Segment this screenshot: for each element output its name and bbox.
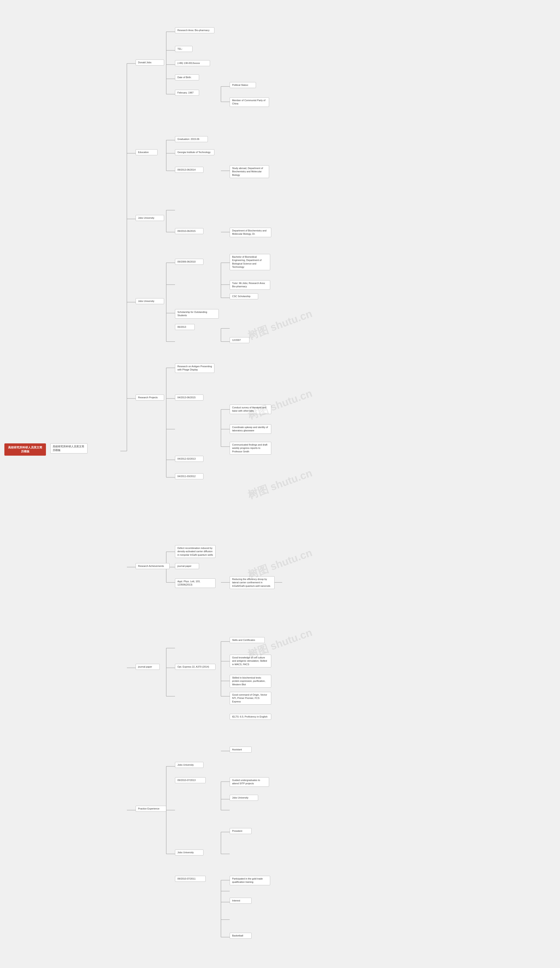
research-achievements-node: Research Achievements xyxy=(135,563,170,569)
period-09-2010-07-2013-label: 09/2010-07/2013 xyxy=(175,777,206,783)
political-node: Political Status: xyxy=(230,82,256,88)
defect-node: Defect recombination induced by density-… xyxy=(175,545,215,558)
research-projects-label: Research Projects xyxy=(135,394,164,401)
cell-culture-node: Good knowledge of cell culture and antig… xyxy=(230,655,271,667)
period-06-2013-label: 06/2013 xyxy=(175,324,195,330)
scholarship-label: Scholarship for Outstanding Students xyxy=(175,309,219,318)
political-label: Political Status: xyxy=(230,82,256,88)
period-04-2012-node: 04/2012-02/2013 xyxy=(175,456,203,462)
appl-phys-label: Appl. Phys. Lett, 103, 123506(2013) xyxy=(175,578,215,588)
main-node: 高校研究所科研人员英文简历模板 xyxy=(50,443,88,453)
communicated-label: Communicated findings and draft weekly p… xyxy=(230,442,271,454)
mindmap-container: 高校研究所科研人员英文简历模板 高校研究所科研人员英文简历模板 Donald J… xyxy=(0,0,560,968)
period-04-2013-label: 04/2013-06/2015 xyxy=(175,394,203,401)
mindmap-svg xyxy=(0,0,560,968)
bachelor-label: Bachelor of Biomedical Engineering, Depa… xyxy=(230,254,270,270)
georgia-node: Georgia Institute of Technology xyxy=(175,149,215,155)
georgia-label: Georgia Institute of Technology xyxy=(175,149,215,155)
participated-node: Participated in the gold trade qualifica… xyxy=(230,876,270,885)
donald-jobs-node: Donald Jobs xyxy=(135,60,164,65)
cell-culture-label: Good knowledge of cell culture and antig… xyxy=(230,655,271,667)
communicated-node: Communicated findings and draft weekly p… xyxy=(230,442,271,454)
journal-paper2-label: journal paper xyxy=(135,664,160,670)
jobs-univ1-label: Jobs University xyxy=(135,215,164,221)
phone-node: (+86) 138-0013xxxxx xyxy=(175,60,210,66)
jobs-univ4-node: Jobs University xyxy=(230,795,258,801)
defect-label: Defect recombination induced by density-… xyxy=(175,545,215,558)
phone-label: (+86) 138-0013xxxxx xyxy=(175,60,210,66)
jobs-univ4-container-label: Jobs University xyxy=(175,850,203,855)
dept-biochem-label: Department of Biochemistry and Molecular… xyxy=(230,228,271,237)
period-12-2007-node: 12/2007 xyxy=(230,337,249,343)
scholarship-node: Scholarship for Outstanding Students xyxy=(175,309,219,318)
president-node: President xyxy=(230,828,251,834)
president-label: President xyxy=(230,828,251,834)
feb1987-node: February. 1987 xyxy=(175,90,199,96)
research-projects-node: Research Projects xyxy=(135,394,164,401)
period-04-2013-node: 04/2013-06/2015 xyxy=(175,394,203,401)
jobs-univ2-node: Jobs University xyxy=(135,298,164,304)
jobs-univ2-label: Jobs University xyxy=(135,298,164,304)
research-achievements-label: Research Achievements xyxy=(135,563,170,569)
bachelor-node: Bachelor of Biomedical Engineering, Depa… xyxy=(230,254,270,270)
participated-label: Participated in the gold trade qualifica… xyxy=(230,876,270,885)
period-09-2010-07-2011-label: 09/2010-07/2011 xyxy=(175,876,206,882)
period-study-node: 09/2013-06/2014 xyxy=(175,167,203,173)
antigen-node: Research on Antigen Presenting with Phag… xyxy=(175,363,215,373)
ielts-label: IELTS: 6.5; Proficiency in English xyxy=(230,714,271,720)
period-09-2010-07-2011-node: 09/2010-07/2011 xyxy=(175,876,206,882)
practice-exp-label: Practice Experience xyxy=(135,806,166,812)
skills-certs-label: Skills and Certificates xyxy=(230,637,265,643)
donald-jobs-label: Donald Jobs xyxy=(135,60,164,65)
good-command-node: Good command of Origin, Vector NTI, Prim… xyxy=(230,692,271,704)
assistant-node: Assistant xyxy=(230,747,251,753)
interest-node: Interest xyxy=(230,898,251,903)
period-bach-node: 09/2006-06/2010 xyxy=(175,259,203,265)
dob-node: Date of Birth: xyxy=(175,75,199,80)
csc-label: CSC Scholarship xyxy=(230,293,258,299)
jobs-univ4-container-node: Jobs University xyxy=(175,850,203,855)
tel-label: TEL: xyxy=(175,46,193,52)
graduation-label: Graduation: 2015.06 xyxy=(175,136,208,142)
jobs-univ4-label: Jobs University xyxy=(230,795,258,801)
good-command-label: Good command of Origin, Vector NTI, Prim… xyxy=(230,692,271,704)
practice-exp-node: Practice Experience xyxy=(135,806,166,812)
ielts-node: IELTS: 6.5; Proficiency in English xyxy=(230,714,271,720)
education-node: Education xyxy=(135,149,157,155)
biochem-tests-node: Skilled in biochemical tests: protein ex… xyxy=(230,675,271,688)
main-label: 高校研究所科研人员英文简历模板 xyxy=(50,443,88,453)
jobs-univ1-node: Jobs University xyxy=(135,215,164,221)
skills-certs-node: Skills and Certificates xyxy=(230,637,265,643)
coordinate-label: Coordinate upkeep and sterility of labor… xyxy=(230,424,271,434)
interest-label: Interest xyxy=(230,898,251,903)
journal-paper1-node: journal paper xyxy=(175,563,199,569)
dob-label: Date of Birth: xyxy=(175,75,199,80)
opt-express-node: Opt. Express 22, A370 (2014) xyxy=(175,664,215,670)
research-area-label: Research Area: Bio-pharmacy xyxy=(175,27,215,33)
reducing-node: Reducing the efficiency droop by lateral… xyxy=(230,576,274,589)
basketball-node: Basketball xyxy=(230,933,251,939)
period-04-2011-label: 04/2011-03/2012 xyxy=(175,473,203,479)
conduct-survey-node: Conduct survey of literature and liaise … xyxy=(230,404,271,414)
period-06-2013-node: 06/2013 xyxy=(175,324,195,330)
period-12-2007-label: 12/2007 xyxy=(230,337,249,343)
tutor-label: Tutor: Mr.Jobs; Research Area: Bio-pharm… xyxy=(230,280,270,290)
period-study-label: 09/2013-06/2014 xyxy=(175,167,203,173)
dept-biochem-node: Department of Biochemistry and Molecular… xyxy=(230,228,271,237)
guided-label: Guided undergraduates to attend SITP pro… xyxy=(230,777,269,787)
study-abroad-label: Study abroad, Department of Biochemistry… xyxy=(230,165,269,178)
research-area-node: Research Area: Bio-pharmacy xyxy=(175,27,215,33)
tutor-node: Tutor: Mr.Jobs; Research Area: Bio-pharm… xyxy=(230,280,270,290)
basketball-label: Basketball xyxy=(230,933,251,939)
assistant-label: Assistant xyxy=(230,747,251,753)
coordinate-node: Coordinate upkeep and sterility of labor… xyxy=(230,424,271,434)
biochem-tests-label: Skilled in biochemical tests: protein ex… xyxy=(230,675,271,688)
period-04-2011-node: 04/2011-03/2012 xyxy=(175,473,203,479)
communist-node: Member of Communist Party of China xyxy=(230,98,269,107)
root-node: 高校研究所科研人员英文简历模板 xyxy=(4,443,46,456)
graduation-node: Graduation: 2015.06 xyxy=(175,136,208,142)
reducing-label: Reducing the efficiency droop by lateral… xyxy=(230,576,274,589)
jobs-univ3-node: Jobs University xyxy=(175,762,203,768)
education-label: Education xyxy=(135,149,157,155)
period-04-2012-label: 04/2012-02/2013 xyxy=(175,456,203,462)
